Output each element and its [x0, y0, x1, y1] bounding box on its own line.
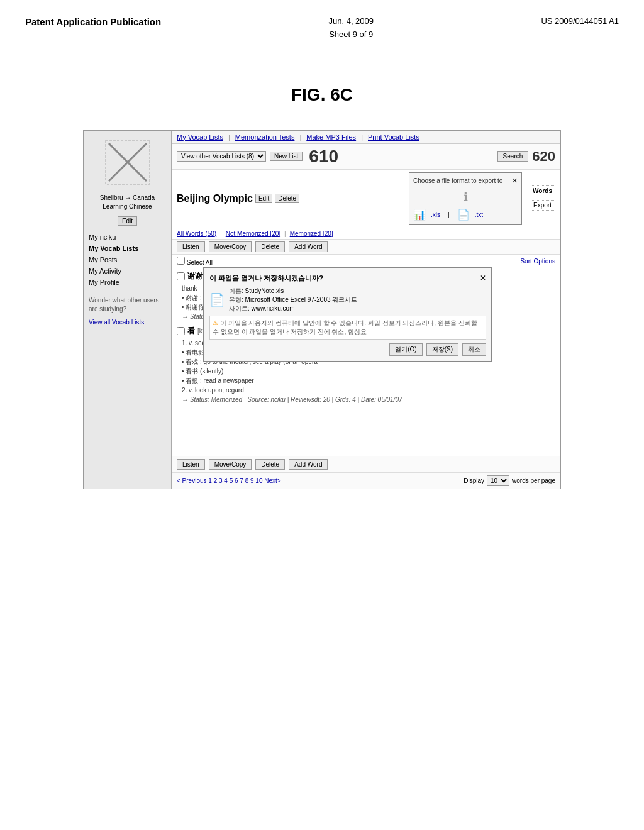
sidebar-view-all-link[interactable]: View all Vocab Lists [89, 319, 166, 326]
nav-make-mp3[interactable]: Make MP3 Files [306, 133, 356, 141]
action-row: Listen Move/Copy Delete Add Word [172, 240, 560, 255]
url-label: 사이트: [229, 305, 250, 312]
filter-memorized[interactable]: Memorized [20] [290, 230, 333, 237]
open-button[interactable]: 열기(O) [389, 343, 422, 356]
word-2-checkbox[interactable] [177, 327, 185, 335]
file-icon: 📄 [209, 292, 225, 307]
nav-print-vocab[interactable]: Print Vocab Lists [368, 133, 419, 141]
dialog-btn-row: 열기(O) 저장(S) 취소 [209, 343, 486, 356]
excel-icon: 📊 [413, 209, 426, 221]
list-name: Beijing Olympic [177, 193, 253, 204]
sidebar: Shellbru → Canada Learning Chinese Edit … [84, 131, 172, 489]
export-xls-label[interactable]: .xls [431, 211, 440, 218]
vocab-count: 610 [309, 147, 338, 167]
export-txt-label[interactable]: .txt [475, 211, 483, 218]
filter-not-memorized[interactable]: Not Memorized [20] [226, 230, 280, 237]
korean-dialog-close-icon[interactable]: ✕ [480, 274, 486, 282]
export-panel-title: Export [530, 200, 555, 211]
sidebar-item-my-posts[interactable]: My Posts [89, 256, 166, 263]
pagination-links[interactable]: < Previous 1 2 3 4 5 6 7 8 9 10 Next> [177, 477, 281, 484]
source-label: 유형: [229, 296, 243, 303]
bottom-add-word-button[interactable]: Add Word [289, 459, 328, 470]
patent-date: Jun. 4, 2009 [328, 16, 374, 26]
word-1-kanji: 谢谢 [187, 271, 203, 282]
toolbar-row: View other Vocab Lists (8) New List 610 … [172, 144, 560, 170]
new-list-button[interactable]: New List [270, 152, 303, 161]
name-value: StudyNote.xls [245, 287, 284, 294]
sidebar-logo [103, 137, 153, 187]
search-button[interactable]: Search [497, 151, 529, 162]
select-all-checkbox[interactable] [177, 257, 185, 265]
delete-button[interactable]: Delete [255, 241, 285, 252]
patent-number: US 2009/0144051 A1 [541, 15, 619, 28]
figure-label: FIG. 6C [0, 85, 644, 105]
export-options: 📊 .xls | 📄 .txt [413, 209, 518, 221]
korean-dialog-title: 이 파일을 열거나 저장하시겠습니까? [209, 274, 486, 283]
txt-icon: 📄 [457, 209, 470, 221]
patent-meta: Jun. 4, 2009 Sheet 9 of 9 [328, 15, 374, 42]
filter-row: All Words (50) | Not Memorized [20] | Me… [172, 228, 560, 240]
per-page-label: words per page [512, 477, 555, 484]
sort-options-link[interactable]: Sort Options [520, 258, 555, 265]
export-title: Choose a file format to export to [413, 177, 502, 184]
bottom-move-copy-button[interactable]: Move/Copy [209, 459, 252, 470]
top-nav: My Vocab Lists | Memorization Tests | Ma… [172, 131, 560, 144]
name-label: 이름: [229, 287, 243, 294]
info-icon: ℹ [464, 190, 468, 204]
nav-memorization-tests[interactable]: Memorization Tests [235, 133, 295, 141]
sidebar-user-info: Shellbru → Canada Learning Chinese [89, 194, 166, 211]
korean-save-dialog: ✕ 이 파일을 열거나 저장하시겠습니까? 📄 이름: StudyNote.xl… [203, 267, 492, 362]
korean-dialog-warning: ⚠ 이 파일을 사용자의 컴퓨터에 달안에 할 수 있습니다. 파일 정보가 의… [213, 319, 477, 335]
delete-list-button[interactable]: Delete [275, 194, 299, 203]
sidebar-item-my-profile[interactable]: My Profile [89, 279, 166, 286]
per-page-select[interactable]: 10 [487, 475, 509, 486]
move-copy-button[interactable]: Move/Copy [209, 241, 252, 252]
warning-icon: ⚠ [213, 319, 218, 326]
pagination-row: < Previous 1 2 3 4 5 6 7 8 9 10 Next> Di… [172, 473, 560, 489]
screenshot: Shellbru → Canada Learning Chinese Edit … [83, 130, 561, 489]
search-number: 620 [532, 148, 555, 165]
dialog-name-row: 📄 이름: StudyNote.xls 유형: Microsoft Office… [209, 287, 486, 313]
select-all-label: Select All [187, 259, 213, 266]
words-area: Select All Sort Options 谢谢 [xiexie] List… [172, 255, 560, 456]
cancel-button[interactable]: 취소 [462, 343, 486, 356]
word-1-checkbox[interactable] [177, 272, 185, 280]
nav-my-vocab-lists[interactable]: My Vocab Lists [177, 133, 223, 141]
word-2-status: → Status: Memorized | Source: nciku | Re… [177, 396, 555, 403]
screenshot-wrapper: Shellbru → Canada Learning Chinese Edit … [0, 130, 644, 514]
export-box: Choose a file format to export to ✕ ℹ 📊 … [409, 172, 522, 225]
add-word-button[interactable]: Add Word [289, 241, 328, 252]
sidebar-item-vocab-lists[interactable]: My Vocab Lists [89, 245, 166, 252]
main-content: My Vocab Lists | Memorization Tests | Ma… [172, 131, 560, 489]
select-all-row: Select All Sort Options [172, 255, 560, 268]
vocab-list-select[interactable]: View other Vocab Lists (8) [177, 151, 266, 162]
save-button[interactable]: 저장(S) [426, 343, 458, 356]
sidebar-footer-text: Wonder what other users are studying? [89, 296, 166, 314]
bottom-listen-button[interactable]: Listen [177, 459, 205, 470]
display-row: Display 10 words per page [464, 475, 555, 486]
bottom-action-row: Listen Move/Copy Delete Add Word [172, 456, 560, 473]
export-close-icon[interactable]: ✕ [512, 177, 518, 185]
list-name-row: Beijing Olympic Edit Delete Choose a fil… [172, 170, 560, 228]
word-2-kanji: 看 [187, 326, 195, 336]
patent-header: Patent Application Publication Jun. 4, 2… [0, 0, 644, 47]
display-label: Display [464, 477, 484, 484]
listen-button[interactable]: Listen [177, 241, 205, 252]
sidebar-edit-button[interactable]: Edit [118, 216, 137, 226]
patent-title: Patent Application Publication [25, 15, 161, 28]
patent-sheet: Sheet 9 of 9 [329, 30, 373, 39]
url-value: www.nciku.com [252, 305, 295, 312]
filter-all-words[interactable]: All Words (50) [177, 230, 216, 237]
source-value: Microsoft Office Excel 97-2003 워크시트 [245, 296, 358, 303]
sidebar-item-my-nciku[interactable]: My nciku [89, 233, 166, 241]
sidebar-item-my-activity[interactable]: My Activity [89, 267, 166, 275]
bottom-delete-button[interactable]: Delete [255, 459, 285, 470]
edit-list-button[interactable]: Edit [255, 194, 272, 203]
words-panel-title: Words [530, 185, 555, 196]
